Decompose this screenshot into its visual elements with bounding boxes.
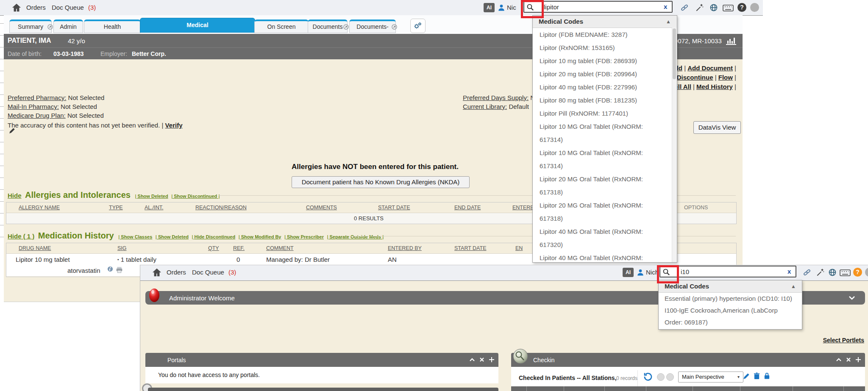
col-end-date[interactable]: END DATE xyxy=(454,205,481,211)
keyboard-icon[interactable] xyxy=(723,5,734,11)
help-icon[interactable]: ? xyxy=(853,268,862,277)
select-portlets-link[interactable]: Select Portlets xyxy=(823,337,864,344)
mail-in-pharmacy-label[interactable]: Mail-In Pharmacy: xyxy=(8,103,59,110)
col-start-date[interactable]: START DATE xyxy=(454,245,486,251)
col-type[interactable]: TYPE xyxy=(109,205,123,211)
help-icon[interactable]: ? xyxy=(737,3,746,12)
link-icon[interactable] xyxy=(680,3,689,12)
nav-doc-queue[interactable]: Doc Queue xyxy=(192,269,224,276)
wand-icon[interactable] xyxy=(816,268,824,277)
allergies-hide-link[interactable]: Hide xyxy=(8,192,22,199)
medications-hide-link[interactable]: Hide ( 1 ) xyxy=(8,233,34,240)
chart-icon[interactable] xyxy=(726,36,737,45)
medicare-drug-plan-label[interactable]: Medicare Drug Plan: xyxy=(8,112,66,119)
move-icon[interactable] xyxy=(856,357,861,362)
move-icon[interactable] xyxy=(489,357,494,362)
search-clear-icon[interactable]: x xyxy=(787,268,791,275)
col-allergy-name[interactable]: ALLERGY NAME xyxy=(19,205,60,211)
trash-icon[interactable] xyxy=(754,372,760,380)
dropdown-item[interactable]: Lipitor 20 mg tablet (FDB: 209964) xyxy=(533,67,671,80)
tab-documents-dv[interactable]: Documents-DV xyxy=(349,19,396,33)
search-input[interactable]: i10 xyxy=(659,266,796,277)
info-icon[interactable] xyxy=(107,266,113,272)
link-icon[interactable] xyxy=(802,268,812,277)
dropdown-item[interactable]: Lipitor 40 mg tablet (FDB: 227996) xyxy=(533,80,671,94)
wand-icon[interactable] xyxy=(695,3,704,12)
dropdown-item[interactable]: Lipitor 20 MG Oral Tablet (RxNORM: 61731… xyxy=(533,172,671,199)
dropdown-item[interactable]: Lipitor 80 mg tablet (FDB: 181235) xyxy=(533,94,671,107)
globe-icon[interactable] xyxy=(709,3,718,12)
user-icon[interactable] xyxy=(637,268,644,277)
show-discontinued-link[interactable]: Show Discontinued xyxy=(171,194,220,199)
col-comments[interactable]: COMMENTS xyxy=(306,205,337,211)
col-sig[interactable]: SIG xyxy=(117,245,127,251)
edit-pencil-icon[interactable] xyxy=(743,372,750,380)
tab-on-screen-forms[interactable]: On Screen Forms xyxy=(254,19,309,33)
col-start-date[interactable]: START DATE xyxy=(378,205,410,211)
dropdown-item[interactable]: Lipitor 40 MG Oral Tablet (RxNORM: 61732… xyxy=(533,225,671,251)
dropdown-item[interactable]: Lipitor (FDB MEDNAME: 3287) xyxy=(533,28,671,41)
dropdown-item[interactable]: Lipitor 10 mg tablet (FDB: 286939) xyxy=(533,54,671,67)
dropdown-header[interactable]: Medical Codes▲ xyxy=(659,280,802,293)
close-icon[interactable] xyxy=(480,358,484,362)
tab-summary[interactable]: Summary xyxy=(9,19,52,33)
col-ref[interactable]: REF. xyxy=(233,245,245,251)
print-icon[interactable] xyxy=(116,266,123,273)
keyboard-icon[interactable] xyxy=(840,269,851,276)
dropdown-scrollbar[interactable] xyxy=(672,28,677,262)
tab-medical-record[interactable]: Medical Record:Allergies/Medications xyxy=(140,18,255,33)
dropdown-item[interactable]: Lipitor (RxNORM: 153165) xyxy=(533,41,671,54)
tab-admin[interactable]: Admin xyxy=(53,19,83,33)
dropdown-item[interactable]: Essential (primary) hypertension (ICD10:… xyxy=(659,293,802,305)
lock-icon[interactable] xyxy=(764,372,770,379)
home-icon[interactable] xyxy=(12,3,21,12)
search-input[interactable]: lipitor xyxy=(523,1,673,13)
nkda-button[interactable]: Document patient has No Known Drug Aller… xyxy=(292,176,470,188)
show-deleted-link[interactable]: Show Deleted xyxy=(135,194,168,199)
portals-portlet-header[interactable]: Portals xyxy=(145,353,498,367)
collapse-icon[interactable] xyxy=(470,358,475,361)
show-deleted-link[interactable]: Show Deleted xyxy=(156,234,189,239)
checkin-portlet-header[interactable]: Checkin xyxy=(511,353,865,367)
show-prescriber-link[interactable]: Show Prescriber xyxy=(284,234,324,239)
dropdown-item[interactable]: Lipitor 20 MG Oral Tablet (RxNORM: 61731… xyxy=(533,199,671,225)
refresh-icon[interactable] xyxy=(643,372,653,381)
user-icon[interactable] xyxy=(498,3,505,12)
dropdown-item[interactable]: Lipitor 10 MG Oral Tablet (RxNORM: 61731… xyxy=(533,120,671,146)
preferred-pharmacy-label[interactable]: Preferred Pharmacy: xyxy=(8,94,66,101)
dropdown-item[interactable]: Lipitor Pill (RxNORM: 1177401) xyxy=(533,107,671,120)
ai-badge[interactable]: AI xyxy=(623,268,634,277)
nav-orders[interactable]: Orders xyxy=(26,4,46,11)
search-clear-icon[interactable]: x xyxy=(664,3,667,10)
separate-outside-meds-link[interactable]: Separate Outside Meds xyxy=(327,234,384,239)
verify-link[interactable]: Verify xyxy=(165,122,183,129)
chevron-down-icon[interactable] xyxy=(849,296,855,300)
col-qty[interactable]: QTY xyxy=(208,245,219,251)
col-reaction[interactable]: REACTION/REASON xyxy=(195,205,247,211)
tab-health-surveillance[interactable]: Health Surveillance xyxy=(84,19,141,33)
edit-pencil-icon[interactable] xyxy=(8,127,16,134)
collapse-icon[interactable] xyxy=(836,358,841,361)
collapse-triangle-icon[interactable]: ▲ xyxy=(666,16,671,28)
collapse-triangle-icon[interactable]: ▲ xyxy=(791,280,796,292)
ai-badge[interactable]: AI xyxy=(484,3,495,12)
dropdown-item[interactable]: Lipitor 40 MG Oral Tablet (RxNORM: 61732… xyxy=(533,251,671,263)
datavis-view-button[interactable]: DataVis View xyxy=(693,121,741,134)
col-entered-by[interactable]: ENTERED BY xyxy=(388,245,422,251)
col-end-date-cut[interactable]: EN xyxy=(515,245,523,251)
tab-settings-gear-button[interactable] xyxy=(410,19,426,33)
dropdown-item[interactable]: Lipitor 10 MG Oral Tablet (RxNORM: 61731… xyxy=(533,146,671,172)
col-entered[interactable]: ENTERE xyxy=(512,205,534,211)
show-classes-link[interactable]: Show Classes xyxy=(118,234,152,239)
dropdown-header[interactable]: Medical Codes▲ xyxy=(533,16,677,28)
hide-discontinued-link[interactable]: Hide Discontinued xyxy=(192,234,235,239)
col-comment[interactable]: COMMENT xyxy=(266,245,294,251)
perspective-select[interactable]: Main Perspective ▾ xyxy=(678,372,743,383)
tab-documents[interactable]: Documents xyxy=(308,19,348,33)
col-drug-name[interactable]: DRUG NAME xyxy=(19,245,51,251)
nav-doc-queue[interactable]: Doc Queue xyxy=(52,4,84,11)
home-icon[interactable] xyxy=(152,268,161,277)
nav-orders[interactable]: Orders xyxy=(167,269,186,276)
col-al-int[interactable]: AL./INT. xyxy=(145,205,163,211)
dropdown-item[interactable]: I100-IgE Cockroach,American (LabCorp Ord… xyxy=(659,305,802,329)
